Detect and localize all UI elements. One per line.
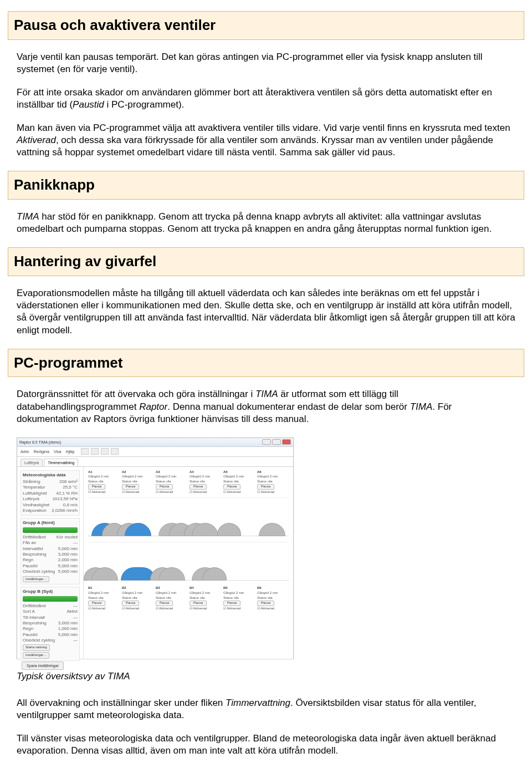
valve-column: A1Gångtid 2 minStatus vilaPausa☑ Aktiver… <box>88 470 120 495</box>
data-row: Drifttillstånd— <box>23 603 78 609</box>
toolbar: Arkiv Redigera Visa Hjälp <box>17 447 293 457</box>
pause-button[interactable]: Pausa <box>122 484 139 490</box>
panel-group-b: Grupp B (Syd) Drifttillstånd—Sort AAktiv… <box>21 587 80 661</box>
data-row: Sort AAktivt <box>23 609 78 614</box>
section-body: All övervakning och inställningar sker u… <box>17 697 515 757</box>
start-button[interactable]: Starta vattning <box>23 644 50 651</box>
panel-meteo: Meteorologiska data Strålning208 w/m²Tem… <box>21 470 80 516</box>
data-row: Besprutning3,000 min <box>23 552 78 557</box>
save-settings-button[interactable]: Spara inställningar <box>22 662 64 670</box>
paragraph: All övervakning och inställningar sker u… <box>17 697 515 721</box>
section-heading-pcprogram: PC-programmet <box>8 349 524 378</box>
window-title: Raptor 8.5 TIMA (demo) <box>19 440 61 445</box>
settings-button[interactable]: Inställningar… <box>23 652 49 659</box>
status-bar <box>23 596 78 602</box>
menu-item[interactable]: Arkiv <box>21 449 29 454</box>
panel-title: Grupp A (Nord) <box>23 520 78 526</box>
valve-column: B6Gångtid 2 minStatus vilaPausa☑ Aktiver… <box>257 586 289 611</box>
pause-button[interactable]: Pausa <box>190 601 207 606</box>
data-row: Obedickt cykling— <box>23 638 78 643</box>
data-row: Paustid5,000 min <box>23 632 78 638</box>
data-row: Intervalltid5,000 min <box>23 546 78 552</box>
term-paustid: Paustid <box>73 99 104 110</box>
data-row: Lufttryck1013,59 hPa <box>23 496 78 502</box>
valve-column: B3Gångtid 2 minStatus vilaPausa☑ Aktiver… <box>156 586 187 611</box>
valve-row-top: A1Gångtid 2 minStatus vilaPausa☑ Aktiver… <box>88 470 289 495</box>
toolbar-icon[interactable] <box>111 448 119 455</box>
panel-title: Grupp B (Syd) <box>23 589 78 594</box>
term-raptor: Raptor <box>139 401 167 412</box>
close-icon[interactable] <box>282 439 291 445</box>
pause-button[interactable]: Pausa <box>257 601 274 606</box>
settings-button[interactable]: Inställningar… <box>23 576 49 583</box>
menu-item[interactable]: Visa <box>54 449 62 454</box>
data-row: Temperatur25,5 °C <box>23 485 78 490</box>
tab-lufttryck[interactable]: Lufttryck <box>21 459 43 466</box>
left-sidebar: Meteorologiska data Strålning208 w/m²Tem… <box>17 467 84 659</box>
term-tima: TIMA <box>17 211 39 222</box>
pause-button[interactable]: Pausa <box>122 601 139 606</box>
section-body: TIMA har stöd för en panikknapp. Genom a… <box>17 211 515 235</box>
paragraph: Man kan även via PC-programmet välja att… <box>17 122 515 159</box>
valve-column: B4Gångtid 2 minStatus vilaPausa☑ Aktiver… <box>190 586 221 611</box>
data-row: Vindhastighet0,8 m/s <box>23 502 78 508</box>
menu-item[interactable]: Hjälp <box>65 449 74 454</box>
window-titlebar: Raptor 8.5 TIMA (demo) <box>17 438 293 447</box>
data-row: Besprutning3,000 min <box>23 620 78 626</box>
valve-column: A4Gångtid 2 minStatus vilaPausa☑ Aktiver… <box>190 470 221 495</box>
minimize-icon[interactable] <box>262 439 271 445</box>
valve-column: A3Gångtid 2 minStatus vilaPausa☑ Aktiver… <box>156 470 187 495</box>
pause-button[interactable]: Pausa <box>190 484 207 490</box>
paragraph: Evaporationsmodellen måste ha tillgång t… <box>17 287 515 336</box>
data-row: Evaporation2,0286 mm/h <box>23 508 78 513</box>
section-body: Datorgränssnittet för att övervaka och g… <box>17 388 515 425</box>
paragraph: Varje ventil kan pausas temporärt. Det k… <box>17 51 515 75</box>
data-row: Paustid5,000 min <box>23 563 78 569</box>
panel-title: Meteorologiska data <box>23 472 78 478</box>
term-tima: TIMA <box>410 401 433 412</box>
pause-button[interactable]: Pausa <box>88 484 105 490</box>
arc-visualization <box>88 497 289 538</box>
term-aktiverad: Aktiverad <box>17 135 56 145</box>
tab-timmervattning[interactable]: Timmervattning <box>44 459 78 466</box>
data-row: Fås av— <box>23 540 78 546</box>
toolbar-icon[interactable] <box>81 448 89 455</box>
term-timmervattning: Timmervattning <box>226 698 290 708</box>
data-row: Strålning208 w/m² <box>23 479 78 485</box>
maximize-icon[interactable] <box>272 439 281 445</box>
paragraph: Datorgränssnittet för att övervaka och g… <box>17 388 515 425</box>
section-body: Varje ventil kan pausas temporärt. Det k… <box>17 51 515 159</box>
section-body: Evaporationsmodellen måste ha tillgång t… <box>17 287 515 336</box>
data-row: Regn2,000 min <box>23 557 78 563</box>
data-row: Obedickt cykling5,000 min <box>23 569 78 574</box>
paragraph: För att inte orsaka skador om användaren… <box>17 87 515 111</box>
panel-group-a: Grupp A (Nord) DrifttillståndKör modellF… <box>21 518 80 584</box>
toolbar-icon[interactable] <box>91 448 99 455</box>
section-heading-pause: Pausa och avaktivera ventiler <box>8 11 524 40</box>
valve-column: B5Gångtid 2 minStatus vilaPausa☑ Aktiver… <box>223 586 255 611</box>
section-heading-givarfel: Hantering av givarfel <box>8 247 524 276</box>
valve-column: A2Gångtid 2 minStatus vilaPausa☑ Aktiver… <box>122 470 154 495</box>
menu-item[interactable]: Redigera <box>34 449 49 454</box>
paragraph: Till vänster visas meteorologiska data o… <box>17 733 515 757</box>
valve-column: B2Gångtid 2 minStatus vilaPausa☑ Aktiver… <box>122 586 154 611</box>
toolbar-icon[interactable] <box>101 448 109 455</box>
pause-button[interactable]: Pausa <box>156 601 173 606</box>
term-tima: TIMA <box>255 389 278 399</box>
arc-visualization <box>88 542 289 583</box>
valve-column: B1Gångtid 2 minStatus vilaPausa☑ Aktiver… <box>88 586 120 611</box>
pause-button[interactable]: Pausa <box>223 601 241 606</box>
window-buttons <box>262 439 291 445</box>
pause-button[interactable]: Pausa <box>257 484 274 490</box>
pause-button[interactable]: Pausa <box>223 484 241 490</box>
paragraph: TIMA har stöd för en panikknapp. Genom a… <box>17 211 515 235</box>
data-row: DrifttillståndKör modell <box>23 535 78 540</box>
main-area: A1Gångtid 2 minStatus vilaPausa☑ Aktiver… <box>84 467 293 659</box>
figure-caption: Typisk översiktsvy av TIMA <box>17 670 515 683</box>
data-row: Till intervall— <box>23 615 78 620</box>
pause-button[interactable]: Pausa <box>156 484 173 490</box>
pause-button[interactable]: Pausa <box>88 601 105 606</box>
status-bar <box>23 527 78 533</box>
app-screenshot: Raptor 8.5 TIMA (demo) Arkiv Redigera Vi… <box>17 438 294 659</box>
data-row: Luftfuktighet42,1 % RH <box>23 491 78 496</box>
